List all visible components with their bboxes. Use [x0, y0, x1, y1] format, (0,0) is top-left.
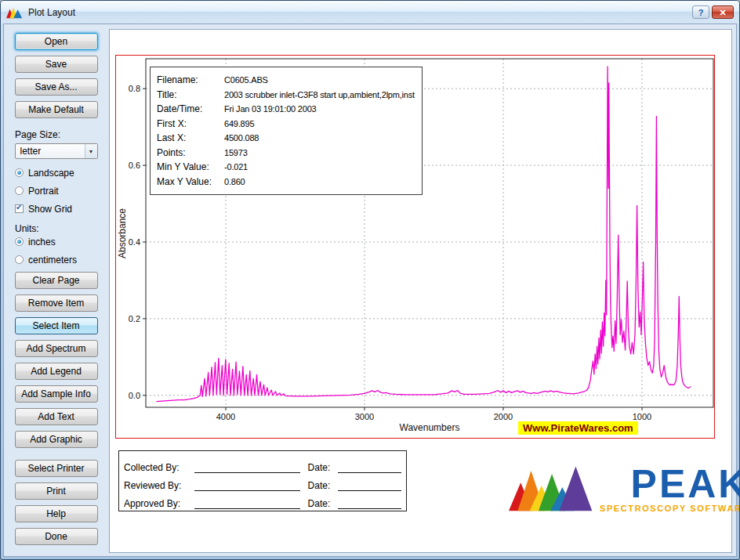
logo-name: PEAK — [631, 467, 740, 501]
info-row: Min Y Value:-0.021 — [157, 160, 415, 175]
signature-label: Collected By: — [124, 462, 194, 473]
info-label: Filename: — [157, 74, 224, 85]
signature-label: Approved By: — [124, 498, 194, 509]
svg-text:0.0: 0.0 — [129, 391, 140, 400]
show-grid-label: Show Grid — [28, 204, 72, 215]
add-graphic-button[interactable]: Add Graphic — [15, 431, 98, 448]
help-sidebar-button[interactable]: Help — [15, 505, 98, 522]
info-label: Title: — [157, 89, 224, 100]
help-button[interactable]: ? — [692, 5, 709, 19]
info-row: Filename:C0605.ABS — [157, 73, 415, 88]
radio-unselected-icon — [15, 186, 24, 195]
plot-layout-window: Plot Layout ? ✕ Open Save Save As... Mak… — [0, 0, 740, 560]
remove-item-button[interactable]: Remove Item — [15, 294, 98, 312]
signature-line — [194, 463, 300, 473]
svg-text:0.4: 0.4 — [129, 237, 140, 247]
date-line — [338, 499, 401, 509]
client-area: Open Save Save As... Make Default Page S… — [3, 23, 737, 557]
centimeters-label: centimeters — [28, 255, 77, 266]
info-label: Min Y Value: — [157, 161, 224, 172]
info-label: Date/Time: — [157, 103, 224, 114]
window-controls: ? ✕ — [692, 5, 734, 19]
info-value: 15973 — [224, 148, 248, 157]
peak-logo[interactable]: PEAK SPECTROSCOPY SOFTWARE — [509, 450, 740, 513]
add-text-button[interactable]: Add Text — [15, 408, 98, 425]
watermark-text[interactable]: Www.PirateWares.com — [518, 421, 638, 435]
page-size-select[interactable]: letter ▼ — [15, 143, 98, 159]
info-row: First X:649.895 — [157, 117, 415, 132]
svg-text:3000: 3000 — [355, 412, 374, 421]
landscape-radio[interactable]: Landscape — [15, 167, 108, 179]
open-button[interactable]: Open — [15, 33, 98, 50]
portrait-label: Portrait — [28, 186, 59, 197]
info-value: 2003 scrubber inlet-C3F8 start up,ambien… — [224, 90, 415, 99]
radio-unselected-icon — [15, 255, 24, 264]
chevron-down-icon: ▼ — [85, 144, 97, 158]
save-as-button[interactable]: Save As... — [15, 78, 98, 96]
portrait-radio[interactable]: Portrait — [15, 185, 108, 197]
date-line — [338, 463, 401, 473]
info-row: Points:15973 — [157, 146, 415, 161]
signature-line — [194, 499, 300, 509]
logo-subtitle: SPECTROSCOPY SOFTWARE — [600, 504, 740, 513]
svg-text:Absorbance: Absorbance — [117, 208, 128, 258]
info-label: Max Y Value: — [157, 176, 224, 187]
titlebar[interactable]: Plot Layout ? ✕ — [1, 1, 739, 23]
svg-text:2000: 2000 — [494, 412, 513, 421]
done-button[interactable]: Done — [15, 528, 98, 545]
window-title: Plot Layout — [28, 7, 75, 18]
inches-radio[interactable]: inches — [15, 236, 108, 247]
landscape-label: Landscape — [28, 168, 74, 179]
info-value: 0.860 — [224, 177, 245, 186]
info-label: First X: — [157, 118, 224, 129]
signature-row: Collected By: Date: — [124, 455, 401, 473]
svg-text:0.2: 0.2 — [129, 314, 140, 323]
svg-text:1000: 1000 — [633, 412, 651, 421]
select-printer-button[interactable]: Select Printer — [15, 460, 98, 477]
signature-line — [194, 481, 300, 491]
info-value: 4500.088 — [224, 133, 259, 143]
page-size-label: Page Size: — [15, 129, 108, 140]
svg-text:0.6: 0.6 — [129, 161, 140, 170]
signature-box[interactable]: Collected By: Date: Reviewed By: Date: A… — [118, 450, 407, 511]
app-icon — [6, 6, 24, 19]
svg-text:Wavenumbers: Wavenumbers — [400, 422, 460, 433]
svg-text:4000: 4000 — [216, 412, 235, 421]
add-legend-button[interactable]: Add Legend — [15, 363, 98, 380]
date-label: Date: — [308, 498, 338, 509]
checkbox-checked-icon — [15, 204, 24, 213]
svg-text:0.8: 0.8 — [129, 84, 140, 93]
page-size-value: letter — [20, 146, 42, 157]
info-value: 649.895 — [224, 119, 254, 128]
print-button[interactable]: Print — [15, 482, 98, 500]
info-row: Max Y Value:0.860 — [157, 175, 415, 190]
centimeters-radio[interactable]: centimeters — [15, 254, 108, 266]
info-value: -0.021 — [224, 162, 248, 172]
sample-info-box[interactable]: Filename:C0605.ABS Title:2003 scrubber i… — [150, 67, 423, 195]
clear-page-button[interactable]: Clear Page — [15, 272, 98, 289]
signature-label: Reviewed By: — [124, 480, 194, 491]
close-button[interactable]: ✕ — [712, 5, 734, 19]
info-value: Fri Jan 03 19:01:00 2003 — [224, 104, 317, 114]
logo-triangles-icon — [509, 463, 597, 511]
info-value: C0605.ABS — [224, 75, 268, 85]
date-line — [338, 481, 401, 491]
radio-selected-icon — [15, 168, 24, 177]
info-row: Last X:4500.088 — [157, 131, 415, 146]
sidebar: Open Save Save As... Make Default Page S… — [4, 24, 108, 556]
add-spectrum-button[interactable]: Add Spectrum — [15, 340, 98, 357]
show-grid-checkbox[interactable]: Show Grid — [15, 203, 108, 215]
date-label: Date: — [308, 462, 338, 473]
save-button[interactable]: Save — [15, 56, 98, 73]
date-label: Date: — [308, 480, 338, 491]
info-label: Last X: — [157, 132, 224, 143]
signature-row: Reviewed By: Date: — [124, 473, 401, 491]
logo-text: PEAK SPECTROSCOPY SOFTWARE — [600, 467, 740, 513]
select-item-button[interactable]: Select Item — [15, 317, 98, 334]
info-label: Points: — [157, 147, 224, 158]
radio-selected-icon — [15, 237, 24, 246]
signature-row: Approved By: Date: — [124, 491, 401, 509]
inches-label: inches — [28, 237, 56, 247]
add-sample-info-button[interactable]: Add Sample Info — [15, 385, 98, 403]
make-default-button[interactable]: Make Default — [15, 101, 98, 118]
